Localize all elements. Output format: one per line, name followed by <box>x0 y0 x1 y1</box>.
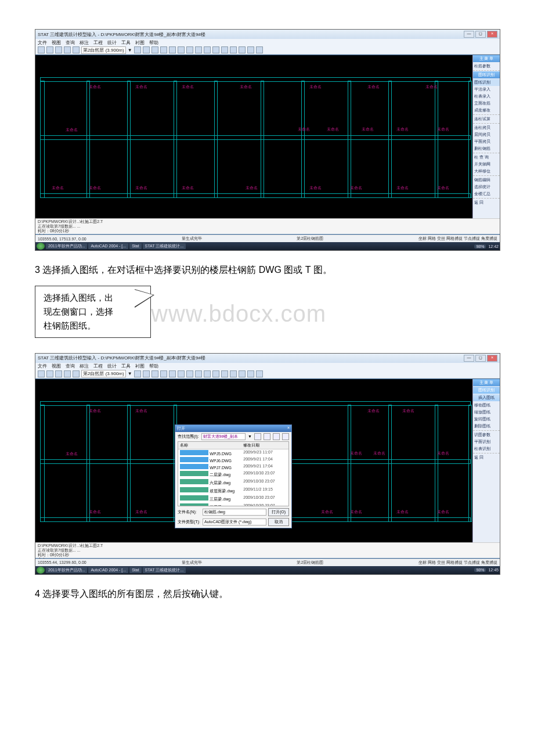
zoom-extents-icon[interactable] <box>151 46 158 53</box>
side-item[interactable]: 选择统计 <box>473 183 500 190</box>
status-toggle[interactable]: 网格 <box>428 560 436 564</box>
filename-input[interactable]: 柱钢筋.dwg <box>203 509 266 516</box>
maximize-button[interactable]: ◻ <box>475 355 486 362</box>
tool-icon[interactable] <box>151 370 158 377</box>
menu-item[interactable]: 统计 <box>107 363 117 369</box>
menu-item[interactable]: 帮助 <box>149 363 158 369</box>
status-toggle[interactable]: 节点捕捉 <box>464 236 480 240</box>
open-icon[interactable] <box>46 46 53 53</box>
tool-icon[interactable] <box>160 370 167 377</box>
side-item-selected[interactable]: 图纸识别 <box>473 79 500 86</box>
side-item[interactable]: 立面改筋 <box>473 100 500 107</box>
zoom-icon[interactable] <box>134 46 141 53</box>
menu-item[interactable]: 统计 <box>107 39 117 46</box>
maximize-button[interactable]: ◻ <box>475 31 486 38</box>
drawing-canvas[interactable]: 未命名 未命名 未命名 未命名 未命名 未命名 未命名 未命名 未命名 未命名 … <box>35 379 473 543</box>
tool-icon[interactable] <box>212 46 219 53</box>
status-toggle[interactable]: 角度捕捉 <box>481 236 497 240</box>
file-row[interactable]: 坡屋面梁.dwg2009/11/2 19:15 <box>178 487 288 495</box>
redo-icon[interactable] <box>64 46 71 53</box>
status-toggle[interactable]: 网格捕捉 <box>446 236 463 240</box>
tool-icon[interactable] <box>195 46 202 53</box>
menu-item[interactable]: 衬图 <box>135 39 145 46</box>
side-item[interactable]: 开关轴网 <box>473 161 500 168</box>
side-item[interactable]: 旋转图纸 <box>473 416 500 423</box>
start-button[interactable] <box>37 567 45 574</box>
taskbar-item[interactable]: AutoCAD 2004 - [... <box>88 243 128 249</box>
taskbar-item[interactable]: Stat <box>129 567 141 573</box>
status-toggle[interactable]: 坐标 <box>418 560 427 564</box>
side-item[interactable]: 柱筋参数 <box>473 63 500 70</box>
file-list[interactable]: 名称 修改日期 WPJ5.DWG2009/9/23 11:07WPJ6.DWG2… <box>178 441 289 506</box>
file-row[interactable]: WPJ6.DWG2009/9/21 17:04 <box>178 456 288 463</box>
status-toggle[interactable]: 网格捕捉 <box>446 560 463 564</box>
taskbar-item[interactable]: AutoCAD 2004 - [... <box>88 567 128 573</box>
menu-item[interactable]: 查询 <box>66 363 75 369</box>
tool-icon[interactable] <box>204 370 211 377</box>
open-icon[interactable] <box>46 370 53 377</box>
side-item[interactable]: 删除图纸 <box>473 423 500 430</box>
open-button[interactable]: 打开(O) <box>268 508 289 516</box>
close-button[interactable]: × <box>487 31 497 38</box>
undo-icon[interactable] <box>55 46 62 53</box>
side-item[interactable]: 连柱拷贝 <box>473 124 500 131</box>
file-row[interactable]: 三层梁.dwg2009/10/30 23:07 <box>178 495 288 503</box>
side-item[interactable]: 柱表录入 <box>473 93 500 100</box>
side-item-return[interactable]: 返 回 <box>473 454 500 461</box>
side-item[interactable]: 平面拷贝 <box>473 138 500 145</box>
tool-icon[interactable] <box>143 370 150 377</box>
tool-icon[interactable] <box>256 46 263 53</box>
tool-icon[interactable] <box>230 46 237 53</box>
menu-item[interactable]: 衬图 <box>135 363 145 369</box>
side-item[interactable]: 平面识别 <box>473 438 500 445</box>
side-item[interactable]: 删柱钢筋 <box>473 145 500 152</box>
zoom-window-icon[interactable] <box>160 46 167 53</box>
file-row[interactable]: WPJ5.DWG2009/9/23 11:07 <box>178 449 288 456</box>
tool-icon[interactable] <box>169 370 176 377</box>
new-folder-icon[interactable] <box>273 433 280 440</box>
menu-item[interactable]: 标注 <box>80 39 89 46</box>
tool-icon[interactable] <box>204 46 211 53</box>
close-button[interactable]: × <box>487 355 497 362</box>
side-item[interactable]: 连柱试算 <box>473 116 500 123</box>
menu-item[interactable]: 文件 <box>38 363 47 369</box>
side-item[interactable]: 层间拷贝 <box>473 131 500 138</box>
tool-icon[interactable] <box>134 370 141 377</box>
views-icon[interactable] <box>282 433 289 440</box>
cancel-button[interactable]: 取消 <box>268 518 289 526</box>
menu-item[interactable]: 工具 <box>121 39 131 46</box>
file-row[interactable]: WPJ7.DWG2009/9/21 17:04 <box>178 463 288 470</box>
side-item[interactable]: 成批修改 <box>473 107 500 114</box>
side-item[interactable]: 柱表识别 <box>473 445 500 452</box>
drawing-canvas[interactable]: 未命名 未命名 未命名 未命名 未命名 未命名 未命名 未命名 未命名 未命名 … <box>35 55 473 219</box>
save-icon[interactable] <box>38 46 45 53</box>
menu-item[interactable]: 工程 <box>93 39 103 46</box>
tool-icon[interactable] <box>186 370 193 377</box>
back-icon[interactable] <box>254 433 261 440</box>
menu-item[interactable]: 文件 <box>38 39 47 46</box>
status-toggle[interactable]: 角度捕捉 <box>481 560 497 564</box>
taskbar-item[interactable]: STAT 三维建筑统计... <box>143 567 186 573</box>
col-name[interactable]: 名称 <box>178 442 241 449</box>
save-icon[interactable] <box>38 370 45 377</box>
dialog-close-icon[interactable]: × <box>287 426 290 431</box>
floor-selector[interactable]: 第2自然层 (3.900m) <box>81 46 126 54</box>
taskbar-item[interactable]: STAT 三维建筑统计... <box>143 243 186 249</box>
tool-icon[interactable] <box>195 370 202 377</box>
taskbar-item[interactable]: Stat <box>129 243 141 249</box>
side-item[interactable]: 全楼汇总 <box>473 190 500 197</box>
col-date[interactable]: 修改日期 <box>241 442 288 449</box>
tool-icon[interactable] <box>169 46 176 53</box>
menu-item[interactable]: 查询 <box>66 39 75 46</box>
redo-icon[interactable] <box>64 370 71 377</box>
status-toggle[interactable]: 交丝 <box>437 236 445 240</box>
side-item[interactable]: 缩放图纸 <box>473 409 500 416</box>
status-toggle[interactable]: 节点捕捉 <box>464 560 480 564</box>
taskbar-item[interactable]: 2011年软件产品功... <box>46 567 87 573</box>
side-item[interactable]: 识图参数 <box>473 431 500 438</box>
tool-icon[interactable] <box>178 46 185 53</box>
start-button[interactable] <box>37 243 45 250</box>
tool-icon[interactable] <box>186 46 193 53</box>
taskbar-item[interactable]: 2011年软件产品功... <box>46 243 87 249</box>
undo-icon[interactable] <box>55 370 62 377</box>
